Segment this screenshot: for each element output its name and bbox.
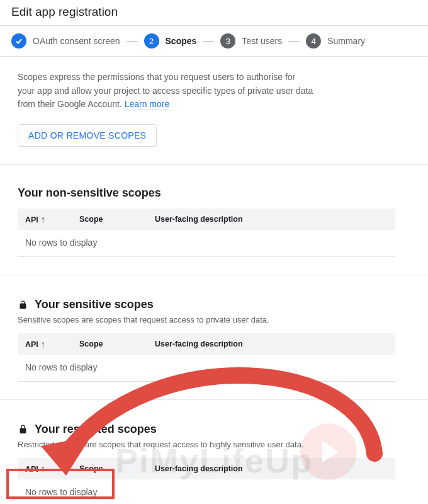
step-number-icon: 3: [220, 33, 235, 49]
learn-more-link[interactable]: Learn more: [125, 99, 170, 110]
col-api[interactable]: API↑: [18, 333, 72, 355]
section-desc: Restricted scopes are scopes that reques…: [18, 440, 410, 449]
stepper: OAuth consent screen 2 Scopes 3 Test use…: [0, 25, 428, 57]
page-title: Edit app registration: [11, 5, 417, 19]
lock-icon: [18, 424, 28, 435]
table-empty-row: No rows to display: [18, 230, 395, 257]
col-api[interactable]: API↑: [18, 458, 72, 479]
step-label: Scopes: [166, 36, 197, 46]
section-sensitive: Your sensitive scopes Sensitive scopes a…: [0, 298, 428, 382]
col-scope[interactable]: Scope: [72, 333, 147, 355]
step-number-icon: 4: [306, 33, 321, 49]
sort-asc-icon: ↑: [41, 214, 45, 224]
add-remove-scopes-button[interactable]: ADD OR REMOVE SCOPES: [18, 124, 157, 147]
step-separator: [127, 41, 138, 42]
step-label: Summary: [327, 36, 365, 46]
step-test-users[interactable]: 3 Test users: [220, 33, 282, 49]
step-separator: [203, 41, 214, 42]
section-title: Your non-sensitive scopes: [18, 186, 410, 200]
divider: [0, 275, 428, 275]
step-label: OAuth consent screen: [33, 36, 120, 46]
col-desc[interactable]: User-facing description: [147, 458, 395, 479]
sort-asc-icon: ↑: [41, 464, 45, 474]
step-label: Test users: [242, 36, 282, 46]
table-empty-row: No rows to display: [18, 355, 395, 382]
step-number-icon: 2: [144, 33, 159, 49]
check-icon: [11, 33, 26, 49]
col-scope[interactable]: Scope: [72, 209, 147, 230]
scopes-table: API↑ Scope User-facing description No ro…: [18, 209, 395, 257]
section-non-sensitive: Your non-sensitive scopes API↑ Scope Use…: [0, 186, 428, 257]
step-summary[interactable]: 4 Summary: [306, 33, 365, 49]
col-desc[interactable]: User-facing description: [147, 209, 395, 230]
scopes-table: API↑ Scope User-facing description No ro…: [18, 333, 395, 382]
section-title: Your sensitive scopes: [18, 298, 410, 311]
section-title: Your restricted scopes: [18, 423, 410, 436]
sort-asc-icon: ↑: [41, 339, 45, 349]
section-desc: Sensitive scopes are scopes that request…: [18, 315, 410, 324]
col-api[interactable]: API↑: [18, 209, 72, 230]
step-scopes[interactable]: 2 Scopes: [144, 33, 197, 49]
col-desc[interactable]: User-facing description: [147, 333, 395, 355]
divider: [0, 164, 428, 165]
intro-text: Scopes express the permissions that you …: [18, 71, 313, 112]
col-scope[interactable]: Scope: [72, 458, 147, 479]
step-oauth-consent[interactable]: OAuth consent screen: [11, 33, 120, 49]
unlock-icon: [18, 299, 28, 310]
table-empty-row: No rows to display: [18, 479, 395, 504]
divider: [0, 399, 428, 400]
step-separator: [288, 41, 300, 42]
scopes-table: API↑ Scope User-facing description No ro…: [18, 458, 395, 504]
section-restricted: Your restricted scopes Restricted scopes…: [0, 423, 428, 504]
